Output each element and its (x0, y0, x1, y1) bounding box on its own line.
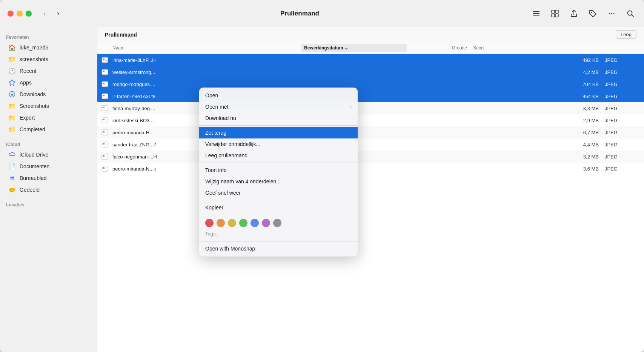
svg-rect-1 (533, 13, 539, 14)
file-type: JPEG (599, 106, 644, 111)
color-green-dot[interactable] (239, 219, 247, 227)
file-icon (97, 69, 112, 75)
sidebar-item-documenten[interactable]: 📄 Documenten (2, 161, 95, 172)
table-row[interactable]: sander-traa-ZNG...7 4,4 MB JPEG (97, 138, 644, 151)
file-type: JPEG (599, 94, 644, 99)
sidebar-item-bureaublad[interactable]: 🖥 Bureaublad (2, 172, 95, 184)
svg-rect-23 (102, 106, 108, 111)
table-row[interactable]: pedro-miranda-N...k 3,6 MB JPEG (97, 163, 644, 175)
table-row[interactable]: wesley-armstrong.... 4,2 MB JPEG (97, 66, 644, 78)
table-row[interactable]: fiona-murray-deg.... 3,3 MB JPEG (97, 102, 644, 114)
sidebar-item-label: Export (20, 115, 35, 121)
sidebar-item-screenshots[interactable]: 📁 screenshots (2, 54, 95, 65)
svg-rect-4 (555, 10, 558, 13)
context-menu: Open Open met › Download nu Zet terug Ve… (199, 88, 358, 257)
table-row[interactable]: pedro-miranda-H... 6,7 MB JPEG (97, 126, 644, 138)
table-row[interactable]: kiril-krsteski-BO3.... 2,9 MB JPEG (97, 114, 644, 126)
table-row[interactable]: JPEG irina-marie-3LhP...H 492 KB JPEG (97, 54, 644, 66)
color-purple-dot[interactable] (262, 219, 270, 227)
submenu-arrow-icon: › (350, 104, 352, 110)
cm-item-label: Open (205, 92, 352, 98)
cm-separator (199, 125, 358, 126)
file-name: rodrigo-rodrigues.... (112, 81, 301, 87)
sidebar-item-screenshots2[interactable]: 📁 Screenshots (2, 100, 95, 112)
forward-button[interactable]: › (53, 8, 63, 19)
table-row[interactable]: falco-negenman-...H 3,2 MB JPEG (97, 151, 644, 163)
sidebar-section-locaties: Locaties (0, 199, 97, 209)
cm-item-open-monosnap[interactable]: Open with Monosnap (199, 243, 358, 254)
shared-icon: 🤝 (8, 186, 16, 194)
sidebar-item-label: Recent (20, 68, 36, 74)
list-view-icon[interactable] (530, 8, 542, 20)
svg-rect-26 (103, 119, 105, 120)
sidebar-item-gedeeld[interactable]: 🤝 Gedeeld (2, 184, 95, 195)
cm-item-download-nu[interactable]: Download nu (199, 112, 358, 124)
col-datum-header[interactable]: Bewerkingsdatum ⌄ (301, 44, 407, 52)
svg-rect-6 (555, 14, 558, 17)
color-blue-dot[interactable] (251, 219, 259, 227)
color-red-dot[interactable] (205, 219, 214, 227)
sidebar-item-apps[interactable]: Apps (2, 77, 95, 88)
sidebar-item-downloads[interactable]: Downloads (2, 89, 95, 100)
file-icon (97, 81, 112, 88)
svg-rect-17 (102, 69, 108, 75)
minimize-button[interactable] (17, 11, 23, 17)
file-size: 4,2 MB (538, 69, 599, 75)
svg-rect-18 (103, 71, 105, 72)
cm-tags-input[interactable]: Tags... (199, 229, 358, 240)
cm-item-leeg-prullenmand[interactable]: Leeg prullenmand (199, 150, 358, 161)
maximize-button[interactable] (26, 11, 32, 17)
cm-item-label: Verwijder onmiddellijk... (205, 141, 352, 147)
svg-rect-22 (103, 95, 105, 96)
sidebar-item-completed[interactable]: 📁 Completed (2, 124, 95, 135)
cm-item-label: Wijzig naam van 4 onderdelen... (205, 178, 352, 184)
sidebar-item-recent[interactable]: 🕐 Recent (2, 65, 95, 77)
file-type: JPEG (599, 118, 644, 123)
finder-window: ‹ › Prullenmand (0, 0, 644, 352)
sidebar-item-export[interactable]: 📁 Export (2, 112, 95, 123)
file-size: 4,4 MB (538, 142, 599, 148)
cm-item-verwijder[interactable]: Verwijder onmiddellijk... (199, 138, 358, 150)
cm-item-geef-snel-weer[interactable]: Geef snel weer (199, 187, 358, 198)
table-row[interactable]: jr-farren-Y8e1A3Lt8 464 KB JPEG (97, 90, 644, 102)
svg-rect-2 (533, 15, 539, 16)
sidebar-section-favorieten: Favorieten (0, 32, 97, 42)
sidebar-item-icloud-drive[interactable]: iCloud Drive (2, 149, 95, 160)
grid-view-icon[interactable] (549, 8, 561, 20)
more-icon[interactable] (606, 8, 618, 20)
cm-item-wijzig-naam[interactable]: Wijzig naam van 4 onderdelen... (199, 176, 358, 187)
color-gray-dot[interactable] (273, 219, 281, 227)
color-yellow-dot[interactable] (228, 219, 236, 227)
file-type: JPEG (599, 130, 644, 135)
cm-item-open[interactable]: Open (199, 90, 358, 101)
color-orange-dot[interactable] (217, 219, 225, 227)
cm-item-label: Toon info (205, 167, 352, 173)
cm-item-label: Leeg prullenmand (205, 152, 352, 158)
close-button[interactable] (8, 11, 14, 17)
svg-point-10 (613, 13, 615, 14)
sidebar-item-label: Screenshots (20, 103, 49, 109)
cm-item-open-met[interactable]: Open met › (199, 101, 358, 112)
sidebar-section-icloud: iCloud (0, 139, 97, 149)
sidebar-item-label: Completed (20, 126, 45, 132)
docs-icon: 📄 (8, 163, 16, 170)
back-button[interactable]: ‹ (39, 8, 50, 19)
cm-item-zet-terug[interactable]: Zet terug (199, 127, 358, 138)
file-name: wesley-armstrong.... (112, 69, 301, 75)
cm-item-toon-info[interactable]: Toon info (199, 164, 358, 176)
cm-item-kopieer[interactable]: Kopieer (199, 202, 358, 213)
sidebar-item-luke[interactable]: 🏠 luke_m13d5 (2, 42, 95, 53)
titlebar: ‹ › Prullenmand (0, 0, 644, 27)
leeg-button[interactable]: Leeg (616, 30, 636, 39)
file-size: 704 KB (538, 81, 599, 87)
sidebar-item-label: Gedeeld (20, 187, 40, 193)
sidebar-item-label: screenshots (20, 56, 48, 62)
tag-icon[interactable] (587, 8, 599, 20)
file-icon: JPEG (97, 57, 112, 63)
share-icon[interactable] (568, 8, 580, 20)
svg-rect-5 (552, 14, 555, 17)
search-icon[interactable] (624, 8, 636, 20)
folder-icon: 📁 (8, 126, 16, 133)
file-header: Prullenmand Leeg (97, 27, 644, 42)
table-row[interactable]: rodrigo-rodrigues.... 704 KB JPEG (97, 78, 644, 90)
